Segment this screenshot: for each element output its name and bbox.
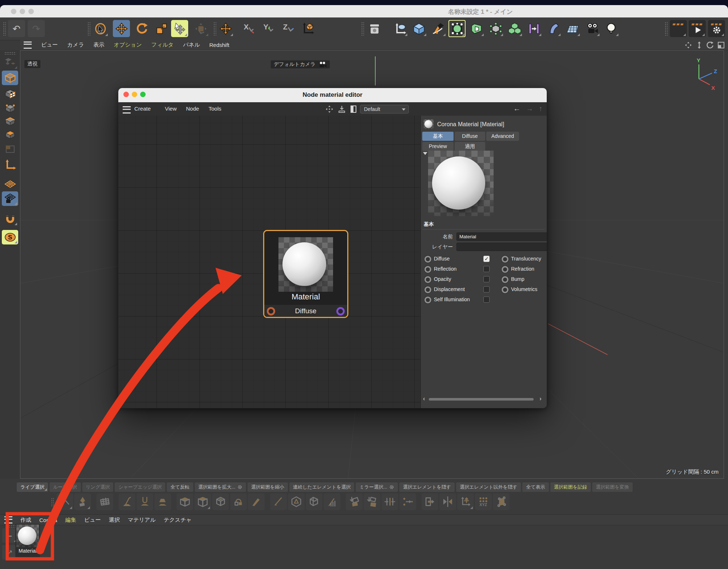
collapse-preview-icon[interactable]	[423, 152, 427, 155]
content-browser-button[interactable]	[366, 20, 383, 37]
tab-diffuse[interactable]: Diffuse	[455, 132, 485, 141]
axis-mode-button[interactable]	[2, 158, 18, 172]
knife-tool-icon[interactable]	[248, 493, 265, 510]
self-illumination-slot-icon[interactable]	[424, 297, 431, 303]
nav-back-icon[interactable]: ←	[513, 104, 521, 113]
viewport-menu-camera[interactable]: カメラ	[67, 41, 84, 48]
iron-tool-icon[interactable]	[154, 493, 171, 510]
bottom-menu-create[interactable]: 作成	[20, 517, 31, 524]
brush-tool-icon[interactable]	[119, 493, 135, 510]
diffuse-output-port[interactable]	[336, 307, 345, 315]
prism-split-icon[interactable]	[288, 493, 305, 510]
store-selection-button[interactable]: 選択範囲を記録	[550, 482, 591, 492]
reflection-slot-icon[interactable]	[424, 266, 431, 273]
self-illumination-checkbox[interactable]	[483, 297, 490, 303]
diffuse-slot-icon[interactable]	[424, 256, 431, 263]
displacement-checkbox[interactable]	[483, 286, 490, 293]
bottom-menu-texture[interactable]: テクスチャ	[164, 517, 192, 524]
drop-plane-icon[interactable]	[346, 493, 363, 510]
bottom-menu-edit[interactable]: 編集	[65, 517, 76, 524]
displacement-slot-icon[interactable]	[424, 286, 431, 293]
shrink-selection-button[interactable]: 選択範囲を縮小	[248, 482, 288, 492]
node-editor-menu-icon[interactable]	[123, 106, 131, 114]
rotate-tool[interactable]	[133, 20, 150, 37]
axis-move-tool[interactable]	[217, 20, 234, 37]
knife-line-icon[interactable]	[270, 493, 287, 510]
enable-snap-button[interactable]	[2, 177, 18, 191]
mirror-tool-icon[interactable]	[439, 493, 456, 510]
loop-select-button[interactable]: ループ選択	[50, 482, 81, 492]
render-picture-viewer-button[interactable]	[689, 20, 706, 37]
grow-selection-button[interactable]: 選択範囲を拡大...	[195, 482, 246, 492]
opacity-checkbox[interactable]	[483, 276, 490, 282]
convert-selection-button[interactable]: 選択範囲を変換	[592, 482, 633, 492]
point-mode-button[interactable]	[2, 101, 18, 116]
import-node-icon[interactable]	[337, 105, 346, 114]
model-mode-button[interactable]	[2, 71, 18, 85]
preset-dropdown[interactable]: Default	[360, 105, 409, 114]
spline-tools-button[interactable]	[391, 20, 408, 37]
texture-mode-button[interactable]	[2, 87, 18, 101]
cloner-button[interactable]	[487, 20, 504, 37]
floor-button[interactable]	[564, 20, 581, 37]
ring-select-button[interactable]: リング選択	[82, 482, 114, 492]
bottom-menu-material[interactable]: マテリアル	[128, 517, 156, 524]
horizontal-scrollbar[interactable]	[429, 398, 534, 401]
extrude-tool-icon[interactable]	[194, 493, 211, 510]
toolbar-drag-handle[interactable]	[665, 22, 668, 36]
move-tool[interactable]	[113, 20, 130, 37]
viewport-menu-icon[interactable]	[24, 41, 32, 49]
toolbar-drag-handle[interactable]	[51, 498, 54, 506]
scale-tool[interactable]	[153, 20, 170, 37]
viewport-menu-options[interactable]: オプション	[114, 41, 142, 48]
bevel-tool-icon[interactable]	[177, 493, 193, 510]
cage-deform-icon[interactable]	[493, 493, 510, 510]
spline-pen-button[interactable]	[430, 20, 447, 37]
view-label[interactable]: 透視	[24, 60, 40, 68]
viewport-menu-filter[interactable]: フィルタ	[151, 41, 174, 48]
minimize-window-icon[interactable]	[20, 9, 25, 14]
layer-input[interactable]	[456, 243, 547, 251]
node-editor-titlebar[interactable]: Node material editor	[118, 88, 547, 103]
axis-transform-icon[interactable]	[457, 493, 474, 510]
viewport-toggle-layout-icon[interactable]	[717, 41, 725, 49]
simulation-move-tool[interactable]	[192, 20, 209, 37]
xyz-points-icon[interactable]: XYZ	[475, 493, 492, 510]
close-window-icon[interactable]	[11, 9, 16, 14]
y-axis-lock-button[interactable]: Y	[260, 20, 277, 37]
menu-tools[interactable]: Tools	[209, 106, 221, 112]
material-thumbnail[interactable]: Material	[15, 524, 40, 558]
bend-deformer-button[interactable]	[545, 20, 562, 37]
x-axis-lock-button[interactable]: X	[240, 20, 257, 37]
bridge-tool-icon[interactable]	[230, 493, 247, 510]
z-axis-lock-button[interactable]: Z	[280, 20, 297, 37]
viewport-zoom-icon[interactable]	[695, 41, 703, 49]
redo-button[interactable]: ↷	[28, 20, 45, 37]
rail-drag-handle[interactable]	[4, 52, 16, 55]
scroll-right-icon[interactable]: ›	[539, 395, 542, 402]
tab-preview[interactable]: Preview	[422, 142, 454, 151]
viewport-menu-display[interactable]: 表示	[94, 41, 104, 48]
bottom-menu-icon[interactable]	[4, 516, 12, 524]
coordinate-system-button[interactable]	[299, 20, 316, 37]
crease-tool-icon[interactable]	[56, 493, 73, 510]
invert-all-button[interactable]: 全て反転	[167, 482, 193, 492]
live-select-button[interactable]: ライブ選択	[17, 482, 48, 492]
tweak-move-tool[interactable]	[171, 20, 188, 37]
menu-node[interactable]: Node	[186, 106, 199, 112]
select-connected-button[interactable]: 連続したエレメントを選択	[289, 482, 354, 492]
refraction-slot-icon[interactable]	[502, 266, 509, 273]
camera-label[interactable]: デフォルトカメラ	[271, 60, 330, 68]
volumetrics-slot-icon[interactable]	[502, 286, 509, 293]
menu-create[interactable]: Create	[134, 106, 151, 112]
toolbar-drag-handle[interactable]	[361, 22, 364, 36]
quantize-grid-icon[interactable]	[96, 493, 113, 510]
zoom-window-icon[interactable]	[28, 9, 34, 14]
unhide-all-button[interactable]: 全て表示	[522, 482, 549, 492]
camera-button[interactable]	[583, 20, 601, 37]
viewport-menu-view[interactable]: ビュー	[41, 41, 58, 48]
bottom-menu-corona[interactable]: Corona	[39, 517, 57, 523]
drop-plane-alt-icon[interactable]	[364, 493, 380, 510]
toolbar-drag-handle[interactable]	[3, 22, 6, 36]
diffuse-input-port[interactable]	[267, 307, 275, 315]
